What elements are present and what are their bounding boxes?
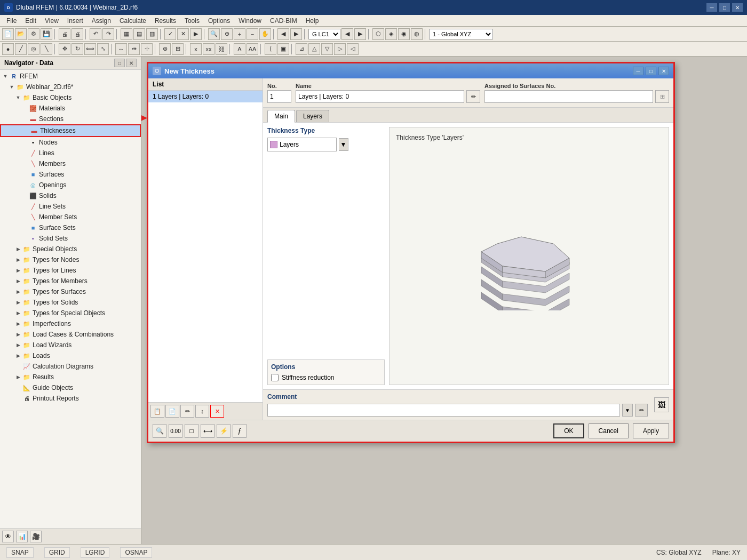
tb-lc-prev[interactable]: ◀ <box>341 28 353 40</box>
nav-guide-objects[interactable]: ▶ 📐 Guide Objects <box>0 382 141 393</box>
status-grid[interactable]: GRID <box>44 547 70 558</box>
tb-prev[interactable]: ◀ <box>277 28 289 40</box>
tb2-func2[interactable]: △ <box>308 43 320 55</box>
nav-view-btn[interactable]: 👁 <box>2 531 14 542</box>
tb-new[interactable]: 📄 <box>2 28 14 40</box>
menu-insert[interactable]: Insert <box>63 16 88 26</box>
nav-thicknesses[interactable]: ▶ ▬ Thicknesses <box>0 124 141 137</box>
nav-special-objects[interactable]: ▶ 📁 Special Objects <box>0 244 141 254</box>
name-input[interactable] <box>296 90 464 103</box>
tb2-dim2[interactable]: ⇹ <box>128 43 140 55</box>
tb2-func5[interactable]: ◁ <box>347 43 359 55</box>
tb-open[interactable]: 📂 <box>15 28 27 40</box>
maximize-btn[interactable]: □ <box>719 3 730 12</box>
tb2-a[interactable]: A <box>234 43 245 55</box>
tb2-scale[interactable]: ⤡ <box>97 43 109 55</box>
tb-table3[interactable]: ▥ <box>146 28 158 40</box>
nav-load-wizards[interactable]: ▶ 📁 Load Wizards <box>0 340 141 350</box>
tab-main[interactable]: Main <box>267 110 295 123</box>
tb-x[interactable]: ✕ <box>177 28 189 40</box>
tb-zoom-area[interactable]: ⊕ <box>221 28 233 40</box>
nav-types-lines[interactable]: ▶ 📁 Types for Lines <box>0 265 141 276</box>
ok-btn[interactable]: OK <box>553 423 584 438</box>
tb-print2[interactable]: 🖨 <box>71 28 83 40</box>
menu-options[interactable]: Options <box>204 16 234 26</box>
tb2-rotate[interactable]: ↻ <box>71 43 83 55</box>
nav-types-members[interactable]: ▶ 📁 Types for Members <box>0 276 141 286</box>
tb-render1[interactable]: ⬡ <box>372 28 384 40</box>
tb2-node[interactable]: ● <box>2 43 14 55</box>
tb-save[interactable]: 💾 <box>41 28 52 40</box>
menu-help[interactable]: Help <box>301 16 323 26</box>
menu-cadbim[interactable]: CAD-BIM <box>266 16 301 26</box>
tb2-select[interactable]: ▣ <box>277 43 289 55</box>
tb-zoom-in[interactable]: + <box>234 28 245 40</box>
list-copy-btn[interactable]: 📄 <box>165 405 179 418</box>
tb2-grid[interactable]: ⊞ <box>172 43 184 55</box>
tb-settings[interactable]: ⚙ <box>28 28 39 40</box>
list-delete-btn[interactable]: ✕ <box>210 405 224 418</box>
tb-table[interactable]: ▦ <box>121 28 132 40</box>
footer-filter-btn[interactable]: ⚡ <box>217 424 231 438</box>
nav-solids[interactable]: ▶ ⬛ Solids <box>0 190 141 201</box>
nav-openings[interactable]: ▶ ◎ Openings <box>0 180 141 190</box>
comment-img-btn[interactable]: 🖼 <box>654 397 669 412</box>
assigned-browse-btn[interactable]: ⊞ <box>655 90 669 103</box>
apply-btn[interactable]: Apply <box>633 423 669 438</box>
dialog-close-btn[interactable]: ✕ <box>658 67 669 75</box>
nav-load-cases[interactable]: ▶ 📁 Load Cases & Combinations <box>0 329 141 340</box>
footer-number-btn[interactable]: 0.00 <box>169 424 182 438</box>
nav-imperfections[interactable]: ▶ 📁 Imperfections <box>0 318 141 329</box>
nav-surface-sets[interactable]: ▶ ■ Surface Sets <box>0 222 141 233</box>
menu-results[interactable]: Results <box>150 16 180 26</box>
tb-calc[interactable]: ▶ <box>190 28 202 40</box>
nav-basic-objects[interactable]: ▼ 📁 Basic Objects <box>0 92 141 103</box>
tab-layers[interactable]: Layers <box>296 110 329 122</box>
menu-view[interactable]: View <box>41 16 63 26</box>
tb-redo[interactable]: ↷ <box>102 28 114 40</box>
tb-undo[interactable]: ↶ <box>90 28 101 40</box>
nav-printout[interactable]: ▶ 🖨 Printout Reports <box>0 393 141 404</box>
tb-render3[interactable]: ◉ <box>398 28 410 40</box>
tb-lc-next[interactable]: ▶ <box>354 28 366 40</box>
tb2-func1[interactable]: ⊿ <box>296 43 307 55</box>
nav-solid-sets[interactable]: ▶ ▪ Solid Sets <box>0 233 141 244</box>
nav-project[interactable]: ▼ 📁 Webinar_2D.rf6* <box>0 82 141 92</box>
cancel-btn[interactable]: Cancel <box>589 423 629 438</box>
nav-loads[interactable]: ▶ 📁 Loads <box>0 350 141 361</box>
minimize-btn[interactable]: ─ <box>706 3 717 12</box>
tb2-line[interactable]: ╱ <box>15 43 27 55</box>
app-close-btn[interactable]: ✕ <box>732 3 743 12</box>
comment-dropdown-btn[interactable]: ▼ <box>622 404 633 417</box>
nav-line-sets[interactable]: ▶ ╱ Line Sets <box>0 201 141 212</box>
nav-types-solids[interactable]: ▶ 📁 Types for Solids <box>0 297 141 308</box>
tb-render2[interactable]: ◈ <box>385 28 397 40</box>
comment-edit-btn[interactable]: ✏ <box>635 404 648 417</box>
tb-render4[interactable]: ◍ <box>411 28 423 40</box>
tb2-xxx2[interactable]: xx <box>203 43 214 55</box>
tb-table2[interactable]: ▤ <box>133 28 145 40</box>
nav-calc-diagrams[interactable]: ▶ 📈 Calculation Diagrams <box>0 361 141 372</box>
lc-combo[interactable]: G LC1 <box>308 29 340 39</box>
nav-sections[interactable]: ▶ ▬ Sections <box>0 114 141 124</box>
menu-assign[interactable]: Assign <box>88 16 115 26</box>
view-combo[interactable]: 1 - Global XYZ <box>429 29 493 39</box>
nav-nodes[interactable]: ▶ • Nodes <box>0 137 141 148</box>
tb-print[interactable]: 🖨 <box>59 28 70 40</box>
nav-data-btn[interactable]: 📊 <box>16 531 28 542</box>
thickness-type-select[interactable]: Layers <box>267 138 337 151</box>
list-move-btn[interactable]: ↕ <box>195 405 209 418</box>
tb2-snap[interactable]: ◎ <box>28 43 39 55</box>
assigned-input[interactable] <box>484 90 653 103</box>
menu-window[interactable]: Window <box>234 16 266 26</box>
tb-pan[interactable]: ✋ <box>259 28 271 40</box>
menu-edit[interactable]: Edit <box>21 16 41 26</box>
nav-camera-btn[interactable]: 🎥 <box>30 531 42 542</box>
nav-close-btn[interactable]: ✕ <box>126 59 137 67</box>
tb-next[interactable]: ▶ <box>290 28 302 40</box>
status-snap[interactable]: SNAP <box>6 547 34 558</box>
menu-file[interactable]: File <box>2 16 21 26</box>
nav-lines[interactable]: ▶ ╱ Lines <box>0 148 141 158</box>
nav-surfaces[interactable]: ▶ ■ Surfaces <box>0 169 141 180</box>
status-osnap[interactable]: OSNAP <box>120 547 152 558</box>
